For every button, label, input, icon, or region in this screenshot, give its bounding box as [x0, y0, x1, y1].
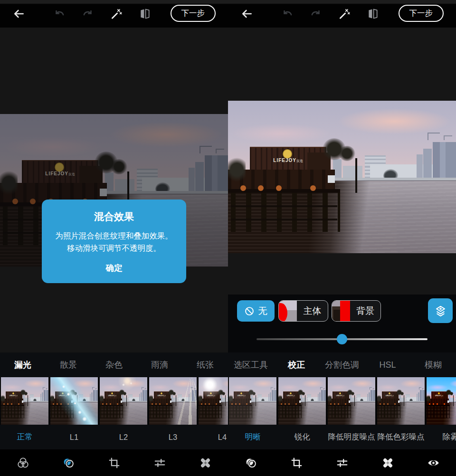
life-ring [387, 403, 389, 405]
tab-hsl[interactable]: HSL [365, 352, 410, 377]
tab-paper[interactable]: 纸张 [182, 352, 228, 377]
building [137, 169, 158, 193]
tab-light-leak[interactable]: 漏光 [0, 352, 46, 377]
dialog-title: 混合效果 [42, 210, 186, 223]
crop-icon[interactable] [274, 449, 319, 476]
bottom-toolbar [228, 449, 456, 476]
life-ring [429, 403, 430, 405]
thumb-l4[interactable]: LIFEJOY良造 [199, 377, 228, 425]
pier-brace [427, 410, 449, 410]
dialog-body: 为照片混合创意纹理和叠加效果。移动滑块可调节不透明度。 [54, 229, 174, 255]
building [417, 154, 423, 179]
label-l3[interactable]: L3 [144, 425, 201, 449]
thumb-normal[interactable]: LIFEJOY良造 [1, 377, 48, 425]
opacity-slider[interactable] [256, 334, 428, 344]
lit-sign [328, 175, 334, 183]
thumb-dehaze[interactable]: LIFEJOY良造 [427, 377, 456, 425]
redo-icon[interactable] [82, 8, 94, 20]
thumb-sharpen[interactable]: LIFEJOY良造 [278, 377, 326, 425]
thumb-luminance-noise[interactable]: LIFEJOY良造 [328, 377, 375, 425]
undo-icon[interactable] [281, 8, 294, 20]
back-button[interactable] [241, 8, 253, 20]
label-dehaze[interactable]: 除雾 [422, 425, 456, 449]
next-step-button[interactable]: 下一步 [399, 5, 444, 22]
selection-background-label: 背景 [350, 301, 380, 321]
label-sharpen[interactable]: 锐化 [274, 425, 331, 449]
lamp-post [355, 158, 357, 193]
thumb-l3[interactable]: LIFEJOY良造 [149, 377, 197, 425]
patch-icon[interactable] [365, 449, 410, 476]
photo-cloud [2, 137, 103, 157]
pier-structure: LIFEJOY良造 [228, 137, 365, 232]
building-cluster [370, 390, 375, 401]
pier-legs [231, 193, 340, 232]
filters-icon[interactable] [0, 449, 46, 476]
tab-grain[interactable]: 杂色 [91, 352, 137, 377]
tab-bokeh[interactable]: 散景 [46, 352, 91, 377]
label-color-noise[interactable]: 降低色彩噪点 [372, 425, 429, 449]
label-luminance-noise[interactable]: 降低明度噪点 [323, 425, 380, 449]
adjust-icon[interactable] [319, 449, 365, 476]
life-ring [285, 403, 286, 405]
life-ring [444, 403, 445, 405]
eye-icon[interactable] [410, 449, 456, 476]
crop-icon[interactable] [91, 449, 137, 476]
bush [1, 394, 5, 402]
life-ring [310, 185, 316, 191]
selection-subject-chip[interactable]: 主体 [278, 300, 328, 322]
thumb-l1[interactable]: LIFEJOY良造 [50, 377, 98, 425]
label-l4[interactable]: L4 [194, 425, 228, 449]
label-l1[interactable]: L1 [46, 425, 103, 449]
life-ring [338, 403, 339, 405]
selection-none-chip[interactable]: 无 [237, 300, 275, 322]
lamp-post [354, 395, 355, 406]
thumb-l2[interactable]: LIFEJOY良造 [100, 377, 147, 425]
pier-brace [427, 414, 449, 414]
crane [43, 387, 45, 390]
life-ring [383, 403, 385, 405]
crane [370, 387, 372, 390]
crane [200, 146, 212, 153]
tab-correction[interactable]: 校正 [274, 352, 319, 377]
building-cluster [44, 390, 48, 401]
slider-thumb[interactable] [337, 334, 347, 344]
compare-icon[interactable] [139, 8, 151, 20]
bottom-toolbar [0, 449, 228, 476]
photo-cloud [337, 108, 451, 134]
blend-icon[interactable] [228, 449, 274, 476]
redo-icon[interactable] [310, 8, 322, 20]
magic-wand-icon[interactable] [338, 8, 351, 20]
thumb-clarity[interactable]: LIFEJOY良造 [229, 377, 276, 425]
light-leak-overlay [149, 377, 197, 425]
adjust-icon[interactable] [137, 449, 182, 476]
selection-zone: 无 主体 背景 [228, 295, 456, 352]
photo-preview[interactable]: LIFEJOY良造 [228, 101, 456, 253]
tab-blur[interactable]: 模糊 [410, 352, 456, 377]
layers-button[interactable] [428, 298, 453, 323]
pier-brace [231, 219, 338, 220]
label-l2[interactable]: L2 [95, 425, 152, 449]
pier-brace [328, 414, 351, 414]
palm-tree [302, 391, 305, 396]
building-cluster [433, 142, 456, 180]
lamp-post [28, 395, 28, 406]
compare-icon[interactable] [367, 8, 379, 20]
next-step-button[interactable]: 下一步 [171, 5, 216, 22]
bush [427, 394, 430, 402]
back-button[interactable] [13, 8, 25, 20]
life-ring [437, 403, 438, 405]
light-leak-overlay [199, 377, 228, 425]
blend-icon[interactable] [46, 449, 91, 476]
tab-raindrops[interactable]: 雨滴 [137, 352, 182, 377]
undo-icon[interactable] [53, 8, 66, 20]
tab-selection-tools[interactable]: 选区工具 [228, 352, 274, 377]
pier-brace [328, 410, 351, 410]
building-cluster [321, 390, 326, 401]
selection-background-chip[interactable]: 背景 [332, 300, 381, 322]
magic-wand-icon[interactable] [110, 8, 123, 20]
thumb-color-noise[interactable]: LIFEJOY良造 [377, 377, 425, 425]
top-bar: 下一步 [228, 0, 456, 28]
patch-icon[interactable] [182, 449, 228, 476]
tab-split-tone[interactable]: 分割色调 [319, 352, 365, 377]
dialog-ok-button[interactable]: 确定 [101, 261, 127, 275]
